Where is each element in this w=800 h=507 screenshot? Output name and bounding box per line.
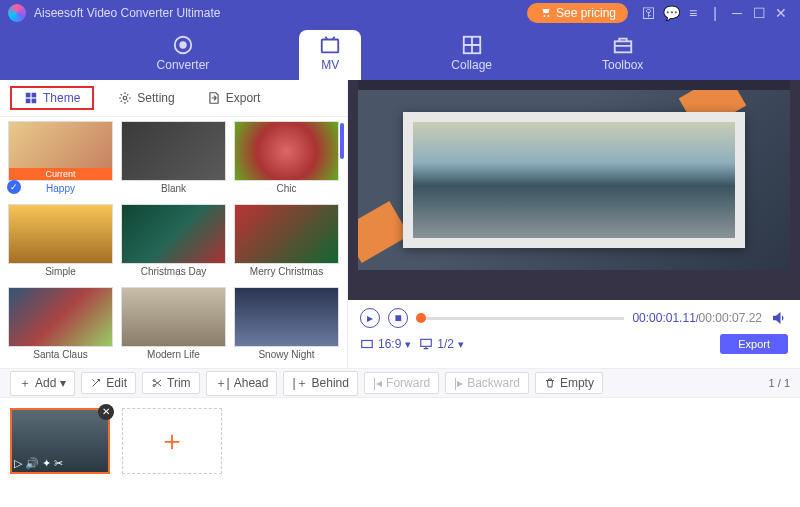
theme-card[interactable]: Current✓Happy <box>8 121 113 198</box>
theme-label: Modern Life <box>147 349 200 360</box>
subtab-theme[interactable]: Theme <box>10 86 94 110</box>
aspect-select[interactable]: 16:9 ▾ <box>360 337 411 351</box>
tab-converter[interactable]: Converter <box>137 30 230 80</box>
svg-rect-7 <box>26 99 31 104</box>
svg-rect-11 <box>421 339 432 346</box>
theme-card[interactable]: Modern Life <box>121 287 226 364</box>
svg-point-12 <box>153 380 155 382</box>
add-clip-button[interactable]: ＋ <box>122 408 222 474</box>
theme-label: Merry Christmas <box>250 266 323 277</box>
svg-rect-2 <box>322 40 339 53</box>
divider: | <box>704 2 726 24</box>
converter-icon <box>172 34 194 56</box>
check-icon: ✓ <box>7 180 21 194</box>
export-button[interactable]: Export <box>720 334 788 354</box>
minimize-button[interactable]: ─ <box>726 2 748 24</box>
scale-select[interactable]: 1/2 ▾ <box>419 337 464 351</box>
theme-label: Christmas Day <box>141 266 207 277</box>
edit-button[interactable]: Edit <box>81 372 136 394</box>
forward-button[interactable]: |◂Forward <box>364 372 439 394</box>
backward-button[interactable]: |▸Backward <box>445 372 529 394</box>
aspect-icon <box>360 337 374 351</box>
gear-icon <box>118 91 132 105</box>
scissors-icon <box>151 377 163 389</box>
play-button[interactable]: ▸ <box>360 308 380 328</box>
current-ribbon: Current <box>9 168 112 180</box>
subtab-setting[interactable]: Setting <box>110 87 182 109</box>
svg-point-1 <box>180 42 186 48</box>
svg-rect-10 <box>362 341 373 348</box>
trash-icon <box>544 377 556 389</box>
scrollbar[interactable] <box>340 123 344 159</box>
tab-collage[interactable]: Collage <box>431 30 512 80</box>
theme-card[interactable]: Christmas Day <box>121 204 226 281</box>
svg-point-9 <box>124 96 128 100</box>
svg-point-13 <box>153 385 155 387</box>
behind-button[interactable]: |＋Behind <box>283 371 358 396</box>
theme-label: Simple <box>45 266 76 277</box>
svg-rect-8 <box>32 99 37 104</box>
theme-grid: Current✓HappyBlankChicSimpleChristmas Da… <box>0 116 347 368</box>
cart-icon <box>539 7 551 19</box>
theme-label: Blank <box>161 183 186 194</box>
theme-card[interactable]: Santa Claus <box>8 287 113 364</box>
theme-label: Chic <box>276 183 296 194</box>
preview-area <box>348 80 800 300</box>
theme-card[interactable]: Chic <box>234 121 339 198</box>
theme-label: Snowy Night <box>258 349 314 360</box>
clip-item[interactable]: ✕ ▷ 🔊 ✦ ✂ <box>10 408 110 474</box>
feedback-icon[interactable]: 💬 <box>660 2 682 24</box>
subtab-export[interactable]: Export <box>199 87 269 109</box>
theme-card[interactable]: Merry Christmas <box>234 204 339 281</box>
svg-rect-5 <box>26 93 31 98</box>
close-button[interactable]: ✕ <box>770 2 792 24</box>
page-indicator: 1 / 1 <box>769 377 790 389</box>
trim-button[interactable]: Trim <box>142 372 200 394</box>
mv-icon <box>319 34 341 56</box>
grid-icon <box>24 91 38 105</box>
see-pricing-button[interactable]: See pricing <box>527 3 628 23</box>
export-icon <box>207 91 221 105</box>
svg-rect-6 <box>32 93 37 98</box>
seek-slider[interactable] <box>416 317 624 320</box>
theme-card[interactable]: Snowy Night <box>234 287 339 364</box>
maximize-button[interactable]: ☐ <box>748 2 770 24</box>
remove-clip-button[interactable]: ✕ <box>98 404 114 420</box>
ahead-button[interactable]: ＋|Ahead <box>206 371 278 396</box>
app-logo <box>8 4 26 22</box>
theme-label: Happy <box>46 183 75 194</box>
app-title: Aiseesoft Video Converter Ultimate <box>34 6 527 20</box>
stop-button[interactable]: ■ <box>388 308 408 328</box>
svg-rect-4 <box>614 41 631 52</box>
clip-tools: ▷ 🔊 ✦ ✂ <box>14 457 63 470</box>
toolbox-icon <box>612 34 634 56</box>
volume-icon[interactable] <box>770 309 788 327</box>
screen-icon <box>419 337 433 351</box>
tab-toolbox[interactable]: Toolbox <box>582 30 663 80</box>
tab-mv[interactable]: MV <box>299 30 361 80</box>
key-icon[interactable]: ⚿ <box>638 2 660 24</box>
theme-card[interactable]: Simple <box>8 204 113 281</box>
collage-icon <box>461 34 483 56</box>
preview-photo <box>403 112 745 248</box>
wand-icon <box>90 377 102 389</box>
time-display: 00:00:01.11/00:00:07.22 <box>632 311 762 325</box>
tape-decoration <box>358 201 409 263</box>
empty-button[interactable]: Empty <box>535 372 603 394</box>
theme-label: Santa Claus <box>33 349 87 360</box>
menu-icon[interactable]: ≡ <box>682 2 704 24</box>
add-button[interactable]: ＋Add▾ <box>10 371 75 396</box>
theme-card[interactable]: Blank <box>121 121 226 198</box>
